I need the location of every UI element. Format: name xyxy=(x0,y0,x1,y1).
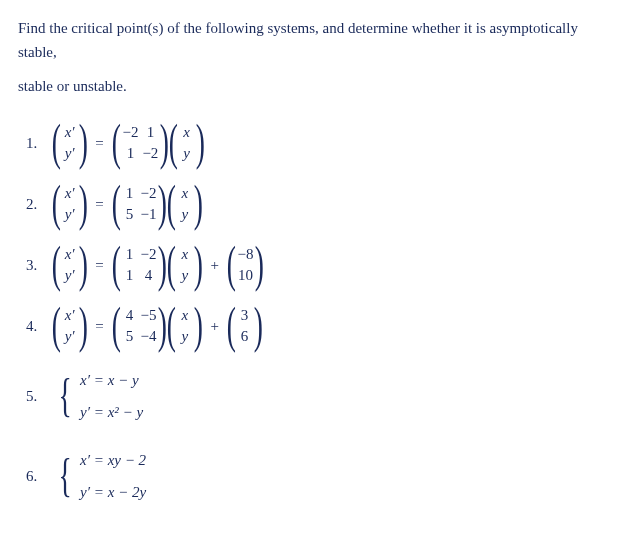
coefficient-matrix: ( 1 1 −2 4 ) xyxy=(112,242,167,287)
paren-close-icon: ) xyxy=(78,120,87,165)
problem-item-4: 4. ( x′ y′ ) = ( 4 5 −5 −4 ) ( x xyxy=(26,303,606,348)
paren-open-icon: ( xyxy=(52,242,61,287)
paren-close-icon: ) xyxy=(193,303,202,348)
problem-item-5: 5. { x′ = x − y y′ = x² − y xyxy=(26,364,606,428)
state-vector: ( x y ) xyxy=(167,303,202,348)
paren-open-icon: ( xyxy=(169,120,178,165)
system-eq-2: y′ = x² − y xyxy=(80,396,143,428)
lhs-vector: ( x′ y′ ) xyxy=(52,303,87,348)
paren-open-icon: ( xyxy=(112,303,121,348)
problem-item-2: 2. ( x′ y′ ) = ( 1 5 −2 −1 ) ( x xyxy=(26,181,606,226)
item-number: 1. xyxy=(26,131,52,155)
paren-close-icon: ) xyxy=(193,242,202,287)
paren-open-icon: ( xyxy=(167,181,176,226)
equation-system: { x′ = x − y y′ = x² − y xyxy=(52,364,143,428)
paren-open-icon: ( xyxy=(227,303,236,348)
paren-open-icon: ( xyxy=(167,303,176,348)
paren-close-icon: ) xyxy=(193,181,202,226)
state-vector: ( x y ) xyxy=(169,120,204,165)
lhs-vector: ( x′ y′ ) xyxy=(52,120,87,165)
intro-line-2: stable or unstable. xyxy=(18,74,606,98)
equals-sign: = xyxy=(87,314,111,338)
paren-close-icon: ) xyxy=(253,303,262,348)
item-number: 4. xyxy=(26,314,52,338)
paren-close-icon: ) xyxy=(78,242,87,287)
equation: ( x′ y′ ) = ( −2 1 1 −2 ) ( x y xyxy=(52,120,204,165)
equals-sign: = xyxy=(87,253,111,277)
constant-vector: ( −8 10 ) xyxy=(227,242,264,287)
system-eq-2: y′ = x − 2y xyxy=(80,476,146,508)
intro-line-1: Find the critical point(s) of the follow… xyxy=(18,16,606,64)
item-number: 3. xyxy=(26,253,52,277)
paren-open-icon: ( xyxy=(112,242,121,287)
coefficient-matrix: ( −2 1 1 −2 ) xyxy=(112,120,169,165)
brace-open-icon: { xyxy=(58,455,71,496)
equation: ( x′ y′ ) = ( 1 5 −2 −1 ) ( x y xyxy=(52,181,202,226)
plus-sign: + xyxy=(202,253,226,277)
paren-open-icon: ( xyxy=(112,120,121,165)
paren-open-icon: ( xyxy=(52,303,61,348)
item-number: 6. xyxy=(26,464,52,488)
constant-vector: ( 3 6 ) xyxy=(227,303,262,348)
problem-item-6: 6. { x′ = xy − 2 y′ = x − 2y xyxy=(26,444,606,508)
system-eq-1: x′ = xy − 2 xyxy=(80,444,146,476)
paren-close-icon: ) xyxy=(78,181,87,226)
item-number: 5. xyxy=(26,384,52,408)
paren-open-icon: ( xyxy=(227,242,236,287)
problem-item-3: 3. ( x′ y′ ) = ( 1 1 −2 4 ) ( x xyxy=(26,242,606,287)
state-vector: ( x y ) xyxy=(167,242,202,287)
plus-sign: + xyxy=(202,314,226,338)
equals-sign: = xyxy=(87,192,111,216)
paren-open-icon: ( xyxy=(167,242,176,287)
coefficient-matrix: ( 1 5 −2 −1 ) xyxy=(112,181,167,226)
paren-open-icon: ( xyxy=(112,181,121,226)
paren-close-icon: ) xyxy=(255,242,264,287)
paren-close-icon: ) xyxy=(78,303,87,348)
state-vector: ( x y ) xyxy=(167,181,202,226)
item-number: 2. xyxy=(26,192,52,216)
coefficient-matrix: ( 4 5 −5 −4 ) xyxy=(112,303,167,348)
equation: ( x′ y′ ) = ( 4 5 −5 −4 ) ( x y xyxy=(52,303,262,348)
system-eq-1: x′ = x − y xyxy=(80,364,143,396)
brace-open-icon: { xyxy=(58,375,71,416)
paren-close-icon: ) xyxy=(195,120,204,165)
equation-system: { x′ = xy − 2 y′ = x − 2y xyxy=(52,444,146,508)
equals-sign: = xyxy=(87,131,111,155)
equation: ( x′ y′ ) = ( 1 1 −2 4 ) ( x y xyxy=(52,242,264,287)
lhs-vector: ( x′ y′ ) xyxy=(52,242,87,287)
problem-intro: Find the critical point(s) of the follow… xyxy=(18,16,606,98)
paren-open-icon: ( xyxy=(52,181,61,226)
problem-item-1: 1. ( x′ y′ ) = ( −2 1 1 −2 ) ( x xyxy=(26,120,606,165)
lhs-vector: ( x′ y′ ) xyxy=(52,181,87,226)
paren-open-icon: ( xyxy=(52,120,61,165)
